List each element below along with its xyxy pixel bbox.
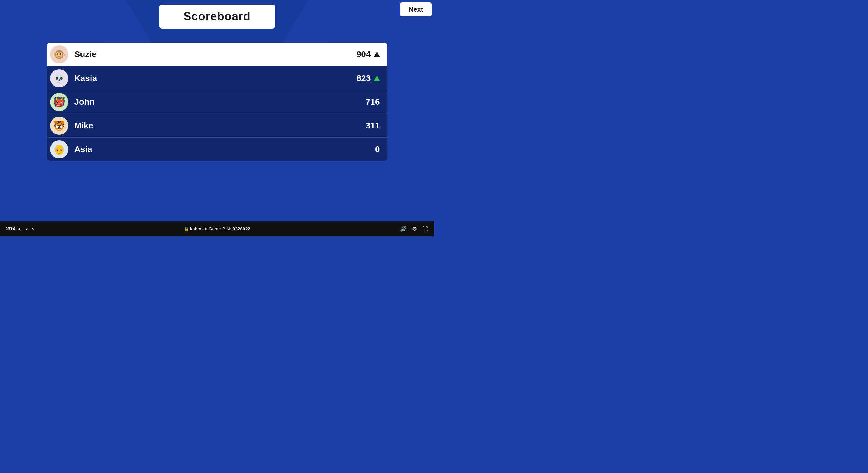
player-name-mike: Mike: [74, 121, 366, 130]
lock-icon: 🔒: [184, 226, 189, 231]
score-value-mike: 311: [366, 121, 380, 130]
game-pin: 9326922: [232, 226, 250, 231]
score-row-mike: 🐯Mike311: [47, 114, 387, 137]
score-value-kasia: 823: [356, 73, 380, 83]
fullscreen-icon[interactable]: ⛶: [423, 226, 428, 232]
bottom-right: 🔊 ⚙ ⛶: [400, 226, 428, 232]
score-number-mike: 311: [366, 121, 380, 130]
scoreboard-title: Scoreboard: [178, 10, 257, 23]
scoreboard-list: 🐵Suzie904💀Kasia823👹John716🐯Mike311👴Asia0: [47, 42, 387, 161]
player-name-kasia: Kasia: [74, 73, 356, 83]
avatar-john: 👹: [50, 93, 68, 111]
next-button[interactable]: Next: [400, 2, 432, 17]
score-row-suzie: 🐵Suzie904: [47, 42, 387, 66]
avatar-suzie: 🐵: [50, 45, 68, 63]
bottom-center: 🔒 kahoot.it Game PIN: 9326922: [34, 226, 400, 232]
prev-arrow[interactable]: ‹: [26, 226, 28, 232]
player-name-asia: Asia: [74, 145, 375, 154]
score-row-john: 👹John716: [47, 90, 387, 114]
player-name-john: John: [74, 97, 366, 107]
avatar-mike: 🐯: [50, 117, 68, 135]
score-row-kasia: 💀Kasia823: [47, 66, 387, 90]
volume-icon[interactable]: 🔊: [400, 226, 407, 232]
scoreboard-title-box: Scoreboard: [159, 5, 275, 29]
score-number-asia: 0: [375, 145, 380, 154]
score-number-suzie: 904: [356, 50, 371, 59]
progress-text: 2/14 ▲: [6, 226, 22, 232]
score-row-asia: 👴Asia0: [47, 137, 387, 161]
score-number-kasia: 823: [356, 73, 371, 83]
score-value-suzie: 904: [356, 50, 380, 59]
score-number-john: 716: [366, 97, 380, 107]
site-text: kahoot.it: [190, 226, 209, 231]
avatar-kasia: 💀: [50, 69, 68, 88]
score-value-john: 716: [366, 97, 380, 107]
settings-icon[interactable]: ⚙: [412, 226, 417, 232]
score-value-asia: 0: [375, 145, 380, 154]
game-pin-label: Game PIN:: [209, 226, 231, 231]
avatar-asia: 👴: [50, 140, 68, 158]
rank-up-icon-suzie: [374, 52, 380, 57]
rank-up-icon-kasia: [374, 75, 380, 81]
player-name-suzie: Suzie: [74, 50, 356, 59]
bottom-bar: 2/14 ▲ ‹ › 🔒 kahoot.it Game PIN: 9326922…: [0, 221, 434, 236]
bottom-left: 2/14 ▲ ‹ ›: [6, 226, 34, 232]
